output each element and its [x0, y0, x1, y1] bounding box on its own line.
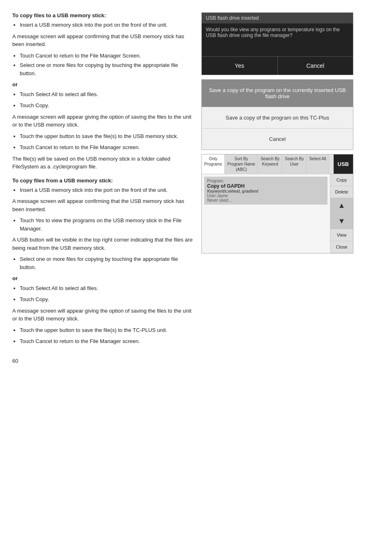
usb-dialog-buttons: Yes Cancel: [202, 56, 353, 75]
save-to-usb-button[interactable]: Save a copy of the program on the curren…: [202, 80, 353, 107]
section1-item1: Insert a USB memory stick into the port …: [20, 21, 193, 29]
save-copy-dialog: Save a copy of the program on the curren…: [201, 79, 353, 150]
section1-para3: The file(s) will be saved on the USB mem…: [12, 155, 193, 171]
section2-item5: Touch Copy.: [20, 295, 193, 304]
usb-dialog-cancel-button[interactable]: Cancel: [278, 57, 353, 75]
file-manager-panel: OnlyPrograms Sort ByProgram Name(ABC) Se…: [201, 154, 353, 253]
section2-heading: To copy files from a USB memory stick:: [12, 177, 193, 184]
section1-para1: A message screen will appear confirming …: [12, 32, 193, 48]
fm-item-keywords: Keywords:wheat, gradient: [207, 189, 325, 193]
section2-item7: Touch Cancel to return to the File Manag…: [20, 337, 193, 345]
fm-body: Program: Copy of GAPDH Keywords:wheat, g…: [202, 174, 353, 253]
section1-item3: Select one or more files for copying by …: [20, 61, 193, 77]
fm-up-button[interactable]: ▲: [330, 198, 353, 214]
usb-dialog-yes-button[interactable]: Yes: [202, 57, 278, 75]
section1-item7: Touch Cancel to return to the File Manag…: [20, 143, 193, 152]
section1-item4: Touch Select All to select all files.: [20, 90, 193, 99]
section2-or: or: [12, 274, 193, 283]
fm-usb-label: USB: [334, 154, 353, 174]
section2-para2: A USB button will be visible in the top …: [12, 236, 193, 252]
section2-item2: Touch Yes to view the programs on the US…: [20, 216, 193, 233]
usb-dialog-header: USB flash drive inserted: [202, 13, 353, 23]
fm-item-program-label: Program:: [207, 179, 325, 183]
fm-tab-select-all[interactable]: Select All: [307, 154, 329, 174]
section2-item4: Touch Select All to select all files.: [20, 284, 193, 292]
fm-close-button[interactable]: Close: [330, 241, 353, 253]
section2-item3: Select one or more files for copying by …: [20, 255, 193, 271]
section2-item1: Insert a USB memory stick into the port …: [20, 186, 193, 194]
fm-toolbar: OnlyPrograms Sort ByProgram Name(ABC) Se…: [202, 154, 353, 174]
section2-para3: A message screen will appear giving the …: [12, 307, 193, 323]
left-column: To copy files to a USB memory stick: Ins…: [12, 12, 193, 364]
section1-item6: Touch the upper button to save the file(…: [20, 132, 193, 140]
fm-down-button[interactable]: ▼: [330, 214, 353, 229]
fm-tab-search-user[interactable]: Search ByUser: [282, 154, 307, 174]
save-dialog-cancel-button[interactable]: Cancel: [202, 129, 353, 150]
save-to-tc-plus-button[interactable]: Save a copy of the program on this TC-Pl…: [202, 107, 353, 129]
fm-delete-button[interactable]: Delete: [330, 186, 353, 198]
fm-item-program-name: Copy of GAPDH: [207, 183, 325, 189]
section1-or: or: [12, 81, 193, 89]
fm-copy-button[interactable]: Copy: [330, 174, 353, 186]
section2-para1: A message screen will appear confirming …: [12, 197, 193, 213]
fm-tab-only-programs[interactable]: OnlyPrograms: [202, 154, 225, 174]
page-number: 60: [12, 358, 18, 364]
fm-list-item[interactable]: Program: Copy of GAPDH Keywords:wheat, g…: [204, 177, 327, 205]
fm-view-button[interactable]: View: [330, 229, 353, 241]
fm-item-user: User:Jayne: [207, 193, 325, 198]
usb-dialog-body: Would you like view any programs or temp…: [202, 23, 353, 56]
fm-tab-search-keyword[interactable]: Search ByKeyword: [258, 154, 282, 174]
fm-tab-sort-by-name[interactable]: Sort ByProgram Name(ABC): [225, 154, 258, 174]
fm-item-used: Never used...: [207, 198, 325, 203]
fm-list: Program: Copy of GAPDH Keywords:wheat, g…: [202, 174, 330, 253]
section1-heading: To copy files to a USB memory stick:: [12, 12, 193, 18]
section1-item2: Touch Cancel to return to the File Manag…: [20, 52, 193, 60]
section2-item6: Touch the upper button to save the file(…: [20, 326, 193, 334]
right-column: USB flash drive inserted Would you like …: [201, 12, 353, 364]
section1-item5: Touch Copy.: [20, 101, 193, 110]
fm-actions: Copy Delete ▲ ▼ View Close: [330, 174, 353, 253]
usb-inserted-dialog: USB flash drive inserted Would you like …: [201, 12, 353, 75]
section1-para2: A message screen will appear giving the …: [12, 113, 193, 129]
